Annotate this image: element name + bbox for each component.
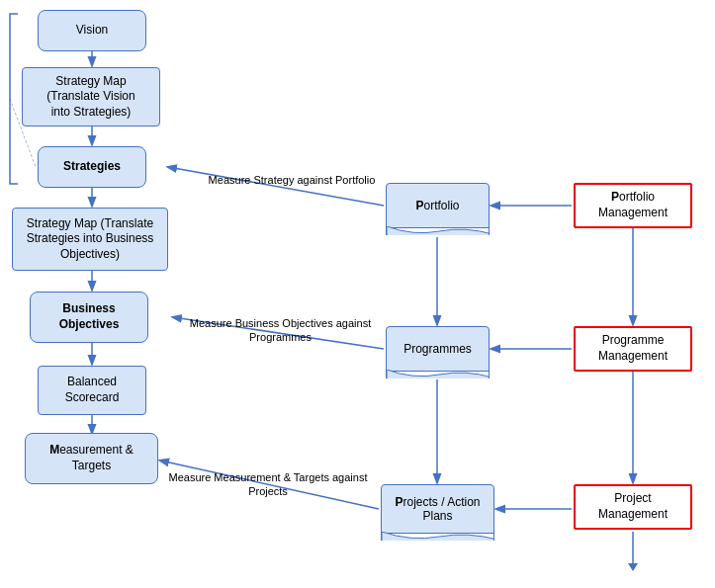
strategy-map-1-shape: Strategy Map(Translate Visioninto Strate…: [22, 67, 160, 126]
project-management-shape: ProjectManagement: [574, 484, 692, 530]
strategies-shape: Strategies: [38, 146, 146, 188]
strategies-label: Strategies: [63, 159, 121, 175]
project-management-label: ProjectManagement: [598, 491, 668, 522]
portfolio-shape: Portfolio: [386, 183, 490, 228]
vision-label: Vision: [76, 23, 108, 39]
strategy-portfolio-label: Measure Strategy against Portfolio: [208, 173, 376, 187]
programmes-shape: Programmes: [386, 326, 490, 372]
business-objectives-label: BusinessObjectives: [59, 301, 120, 332]
balanced-scorecard-shape: BalancedScorecard: [38, 366, 146, 415]
projects-action-plans-label: Projects / ActionPlans: [395, 495, 480, 523]
diagram: Vision Strategy Map(Translate Visioninto…: [0, 0, 715, 588]
vision-shape: Vision: [38, 10, 146, 51]
projects-action-plans-shape: Projects / ActionPlans: [381, 484, 494, 534]
measurement-projects-label: Measure Measurement & Targets against Pr…: [164, 470, 372, 499]
balanced-scorecard-label: BalancedScorecard: [65, 375, 120, 405]
programme-management-label: ProgrammeManagement: [598, 333, 668, 364]
svg-marker-18: [628, 563, 638, 571]
portfolio-label: Portfolio: [415, 199, 459, 212]
strategy-map-2-shape: Strategy Map (TranslateStrategies into B…: [12, 208, 168, 271]
strategy-map-1-label: Strategy Map(Translate Visioninto Strate…: [46, 74, 134, 121]
programme-management-shape: ProgrammeManagement: [574, 326, 692, 372]
business-objectives-shape: BusinessObjectives: [30, 292, 148, 343]
measurement-targets-shape: Measurement &Targets: [25, 433, 158, 484]
portfolio-management-label: PortfolioManagement: [598, 190, 668, 220]
portfolio-management-shape: PortfolioManagement: [574, 183, 692, 228]
strategy-map-2-label: Strategy Map (TranslateStrategies into B…: [27, 216, 154, 263]
programmes-label: Programmes: [403, 342, 472, 356]
measurement-targets-label: Measurement &Targets: [49, 443, 134, 473]
objectives-programmes-label: Measure Business Objectives against Prog…: [184, 316, 377, 345]
